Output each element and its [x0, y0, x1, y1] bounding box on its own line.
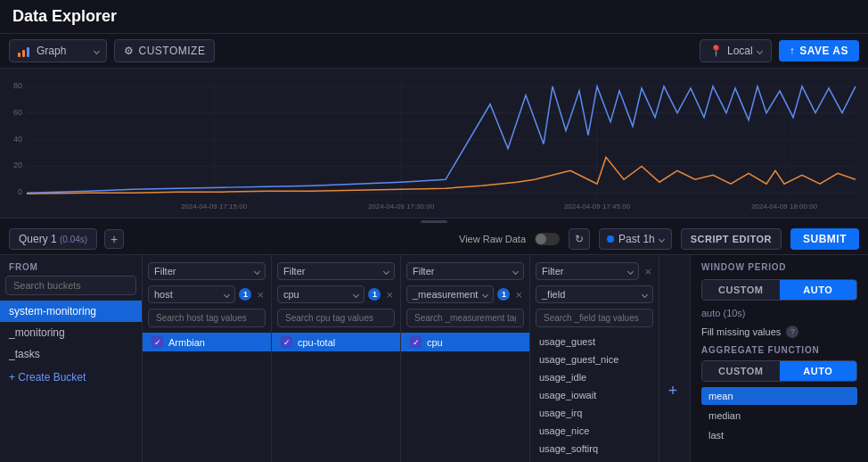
filter-field-select-host[interactable]: host: [148, 285, 235, 303]
window-period-auto-value: auto (10s): [701, 308, 857, 318]
svg-text:0: 0: [18, 187, 22, 196]
filter-field-select-cpu[interactable]: cpu: [277, 285, 364, 303]
filter-field-measurement: _measurement 1 ×: [401, 285, 529, 309]
filter-search-measurement[interactable]: [406, 309, 524, 327]
svg-text:60: 60: [13, 108, 22, 117]
customize-button[interactable]: ⚙ CUSTOMIZE: [114, 39, 215, 62]
refresh-button[interactable]: ↻: [569, 228, 590, 250]
function-item-last[interactable]: last: [701, 426, 857, 444]
customize-label: CUSTOMIZE: [139, 45, 206, 57]
info-icon[interactable]: ?: [786, 326, 798, 338]
view-raw-toggle[interactable]: [535, 233, 560, 245]
aggregate-label: AGGREGATE FUNCTION: [701, 345, 857, 355]
plus-icon: +: [111, 232, 118, 246]
time-range-label: Past 1h: [618, 233, 655, 245]
main-content: FROM system-monitoring _monitoring _task…: [0, 255, 868, 462]
graph-type-selector[interactable]: Graph: [9, 39, 107, 62]
filter-item-usage-nice[interactable]: usage_nice: [530, 422, 659, 440]
filter-item-usage-iowait[interactable]: usage_iowait: [530, 386, 659, 404]
filter-search-field[interactable]: [536, 309, 653, 327]
toolbar-right: 📍 Local ↑ SAVE AS: [700, 39, 859, 62]
main-toolbar: Graph ⚙ CUSTOMIZE 📍 Local ↑ SAVE AS: [0, 34, 868, 69]
query-tab-1[interactable]: Query 1 (0.04s): [9, 228, 97, 250]
save-as-button[interactable]: ↑ SAVE AS: [779, 40, 859, 62]
graph-type-chevron: [94, 47, 100, 54]
query-tab-time: (0.04s): [60, 235, 87, 244]
function-list: mean median last: [701, 387, 857, 444]
window-period-btn-group: CUSTOM AUTO: [701, 279, 857, 301]
aggregate-auto-button[interactable]: AUTO: [780, 361, 857, 381]
window-period-auto-button[interactable]: AUTO: [780, 280, 857, 300]
search-buckets-input[interactable]: [5, 276, 136, 295]
chart-area: 80 60 40 20 0 2024-04-09 17:15:00 2024-0…: [0, 69, 868, 219]
filter-field-select-field[interactable]: _field: [536, 285, 653, 303]
filter-item-usage-guest-nice[interactable]: usage_guest_nice: [530, 351, 659, 368]
filter-label: Filter: [542, 266, 626, 276]
bucket-item-monitoring[interactable]: _monitoring: [0, 322, 142, 343]
check-icon: [151, 336, 163, 348]
svg-rect-0: [18, 53, 20, 57]
filter-item-usage-guest[interactable]: usage_guest: [530, 333, 659, 351]
filter-select-field[interactable]: Filter: [536, 262, 639, 280]
filter-select-cpu[interactable]: Filter: [277, 262, 395, 280]
pin-icon: 📍: [709, 45, 723, 57]
filter-field-select-measurement[interactable]: _measurement: [406, 285, 494, 303]
filter-col-host: Filter host 1 × Armbian: [143, 255, 272, 462]
fill-missing-label: Fill missing values: [701, 326, 781, 337]
filter-field-field: _field: [530, 285, 659, 309]
filter-field-cpu: cpu 1 ×: [272, 285, 400, 309]
filter-close-measurement[interactable]: ×: [513, 288, 524, 301]
script-editor-button[interactable]: SCRIPT EDITOR: [681, 228, 782, 250]
time-range-button[interactable]: Past 1h: [599, 228, 672, 250]
filter-item-armbian[interactable]: Armbian: [143, 333, 271, 351]
svg-text:2024-04-09 17:45:00: 2024-04-09 17:45:00: [564, 202, 631, 210]
filter-badge-measurement: 1: [497, 288, 510, 301]
add-query-button[interactable]: +: [104, 229, 124, 249]
submit-button[interactable]: SUBMIT: [790, 228, 859, 250]
filter-item-usage-irq[interactable]: usage_irq: [530, 404, 659, 422]
local-button[interactable]: 📍 Local: [700, 39, 772, 62]
filter-field-text: host: [154, 289, 223, 300]
right-panel: WINDOW PERIOD CUSTOM AUTO auto (10s) Fil…: [690, 255, 868, 462]
query-bar-right: View Raw Data ↻ Past 1h SCRIPT EDITOR SU…: [459, 228, 859, 250]
page-title: Data Explorer: [12, 7, 856, 26]
filter-chevron: [383, 268, 389, 274]
refresh-icon: ↻: [575, 233, 584, 245]
filter-label: Filter: [283, 266, 382, 276]
aggregate-custom-button[interactable]: CUSTOM: [702, 361, 780, 381]
create-bucket-button[interactable]: + Create Bucket: [0, 367, 142, 388]
filter-search-host[interactable]: [148, 309, 266, 327]
filter-select-host[interactable]: Filter: [148, 262, 266, 280]
filter-search-cpu[interactable]: [277, 309, 395, 327]
bucket-item-system-monitoring[interactable]: system-monitoring: [0, 301, 142, 322]
filter-item-cpu[interactable]: cpu: [401, 333, 529, 351]
filter-select-measurement[interactable]: Filter: [406, 262, 524, 280]
filter-field-chevron: [482, 291, 488, 297]
filter-close-field[interactable]: ×: [643, 265, 653, 278]
bucket-item-tasks[interactable]: _tasks: [0, 343, 142, 365]
filter-close-cpu[interactable]: ×: [384, 288, 395, 301]
function-item-median[interactable]: median: [701, 407, 857, 425]
local-label: Local: [727, 45, 753, 57]
from-label: FROM: [0, 262, 142, 276]
filter-item-usage-idle[interactable]: usage_idle: [530, 368, 659, 386]
window-period-label: WINDOW PERIOD: [701, 262, 857, 272]
filter-col-cpu: Filter cpu 1 × cpu-total: [272, 255, 401, 462]
aggregate-section: AGGREGATE FUNCTION CUSTOM AUTO mean medi…: [701, 345, 857, 444]
filter-field-text: cpu: [283, 289, 352, 300]
window-period-custom-button[interactable]: CUSTOM: [702, 280, 780, 300]
filter-close-host[interactable]: ×: [255, 288, 266, 301]
svg-rect-2: [27, 47, 29, 57]
add-filter-area: +: [659, 255, 690, 462]
local-chevron: [757, 47, 763, 54]
aggregate-btn-group: CUSTOM AUTO: [701, 360, 857, 382]
filter-field-text: _measurement: [413, 289, 481, 300]
filter-header-field: Filter ×: [530, 262, 659, 285]
submit-label: SUBMIT: [803, 233, 847, 245]
svg-rect-1: [22, 50, 25, 57]
function-item-mean[interactable]: mean: [701, 387, 857, 405]
filter-item-usage-softirq[interactable]: usage_softirq: [530, 440, 659, 458]
buckets-panel: FROM system-monitoring _monitoring _task…: [0, 255, 143, 462]
filter-item-cpu-total[interactable]: cpu-total: [272, 333, 400, 351]
add-filter-button[interactable]: +: [663, 381, 683, 400]
